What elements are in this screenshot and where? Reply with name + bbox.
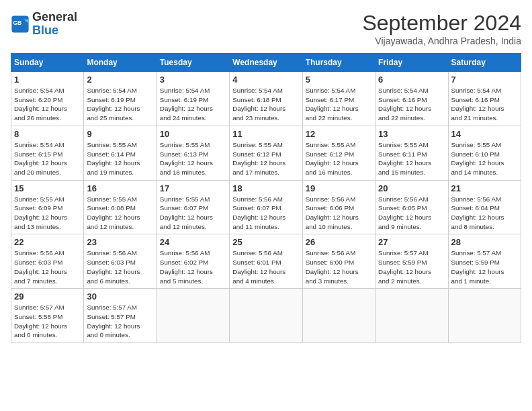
day-number: 18 <box>232 183 299 193</box>
calendar-week-1: 8Sunrise: 5:54 AMSunset: 6:15 PMDaylight… <box>11 126 521 180</box>
day-detail: Sunrise: 5:54 AMSunset: 6:20 PMDaylight:… <box>14 86 81 123</box>
day-detail: Sunrise: 5:57 AMSunset: 5:59 PMDaylight:… <box>451 248 518 285</box>
calendar-cell: 17Sunrise: 5:55 AMSunset: 6:07 PMDayligh… <box>157 180 229 234</box>
day-detail: Sunrise: 5:54 AMSunset: 6:19 PMDaylight:… <box>87 86 153 123</box>
calendar-cell: 23Sunrise: 5:56 AMSunset: 6:03 PMDayligh… <box>84 234 157 289</box>
header-sunday: Sunday <box>11 54 84 72</box>
day-number: 6 <box>378 75 445 85</box>
day-detail: Sunrise: 5:57 AMSunset: 5:57 PMDaylight:… <box>87 303 153 340</box>
calendar-week-0: 1Sunrise: 5:54 AMSunset: 6:20 PMDaylight… <box>11 72 521 126</box>
day-detail: Sunrise: 5:54 AMSunset: 6:17 PMDaylight:… <box>306 86 372 123</box>
day-number: 17 <box>160 183 226 193</box>
calendar-cell <box>375 289 448 343</box>
calendar-cell: 1Sunrise: 5:54 AMSunset: 6:20 PMDaylight… <box>11 72 84 126</box>
location-subtitle: Vijayawada, Andhra Pradesh, India <box>362 36 521 46</box>
day-detail: Sunrise: 5:55 AMSunset: 6:10 PMDaylight:… <box>451 140 518 177</box>
day-number: 29 <box>14 291 81 302</box>
day-number: 27 <box>378 237 445 247</box>
header-saturday: Saturday <box>448 54 521 72</box>
day-number: 11 <box>232 129 299 139</box>
day-number: 19 <box>306 183 372 193</box>
calendar-cell: 13Sunrise: 5:55 AMSunset: 6:11 PMDayligh… <box>375 126 448 180</box>
calendar-cell: 9Sunrise: 5:55 AMSunset: 6:14 PMDaylight… <box>84 126 157 180</box>
day-detail: Sunrise: 5:56 AMSunset: 6:02 PMDaylight:… <box>160 248 226 285</box>
day-detail: Sunrise: 5:56 AMSunset: 6:03 PMDaylight:… <box>87 248 153 285</box>
header-monday: Monday <box>84 54 157 72</box>
calendar-cell: 18Sunrise: 5:56 AMSunset: 6:07 PMDayligh… <box>230 180 302 234</box>
day-number: 24 <box>160 237 226 247</box>
day-detail: Sunrise: 5:56 AMSunset: 6:01 PMDaylight:… <box>232 248 299 285</box>
day-number: 8 <box>14 129 81 139</box>
day-number: 9 <box>87 129 153 139</box>
day-number: 20 <box>378 183 445 193</box>
calendar-cell: 15Sunrise: 5:55 AMSunset: 6:09 PMDayligh… <box>11 180 84 234</box>
calendar-body: 1Sunrise: 5:54 AMSunset: 6:20 PMDaylight… <box>11 72 521 343</box>
day-number: 1 <box>14 75 81 85</box>
day-number: 4 <box>232 75 299 85</box>
day-detail: Sunrise: 5:54 AMSunset: 6:16 PMDaylight:… <box>378 86 445 123</box>
day-number: 13 <box>378 129 445 139</box>
day-detail: Sunrise: 5:56 AMSunset: 6:03 PMDaylight:… <box>14 248 81 285</box>
logo-icon: GB <box>11 15 30 34</box>
calendar-cell: 5Sunrise: 5:54 AMSunset: 6:17 PMDaylight… <box>302 72 375 126</box>
day-number: 5 <box>306 75 372 85</box>
day-number: 26 <box>306 237 372 247</box>
calendar-cell: 30Sunrise: 5:57 AMSunset: 5:57 PMDayligh… <box>84 289 157 343</box>
page-header: GB General Blue September 2024 Vijayawad… <box>11 11 521 46</box>
day-number: 25 <box>232 237 299 247</box>
day-number: 3 <box>160 75 226 85</box>
day-number: 21 <box>451 183 518 193</box>
day-detail: Sunrise: 5:55 AMSunset: 6:07 PMDaylight:… <box>160 195 226 232</box>
calendar-cell: 22Sunrise: 5:56 AMSunset: 6:03 PMDayligh… <box>11 234 84 289</box>
day-number: 30 <box>87 291 153 302</box>
day-number: 28 <box>451 237 518 247</box>
day-detail: Sunrise: 5:56 AMSunset: 6:07 PMDaylight:… <box>232 195 299 232</box>
calendar-cell: 14Sunrise: 5:55 AMSunset: 6:10 PMDayligh… <box>448 126 521 180</box>
calendar-week-3: 22Sunrise: 5:56 AMSunset: 6:03 PMDayligh… <box>11 234 521 289</box>
day-detail: Sunrise: 5:55 AMSunset: 6:12 PMDaylight:… <box>232 140 299 177</box>
calendar-cell: 29Sunrise: 5:57 AMSunset: 5:58 PMDayligh… <box>11 289 84 343</box>
calendar-cell: 2Sunrise: 5:54 AMSunset: 6:19 PMDaylight… <box>84 72 157 126</box>
day-number: 10 <box>160 129 226 139</box>
day-detail: Sunrise: 5:55 AMSunset: 6:09 PMDaylight:… <box>14 195 81 232</box>
calendar-week-2: 15Sunrise: 5:55 AMSunset: 6:09 PMDayligh… <box>11 180 521 234</box>
day-number: 2 <box>87 75 153 85</box>
day-number: 23 <box>87 237 153 247</box>
header-tuesday: Tuesday <box>157 54 229 72</box>
calendar-cell: 11Sunrise: 5:55 AMSunset: 6:12 PMDayligh… <box>230 126 302 180</box>
month-title: September 2024 <box>362 11 521 36</box>
day-detail: Sunrise: 5:56 AMSunset: 6:05 PMDaylight:… <box>378 195 445 232</box>
day-detail: Sunrise: 5:56 AMSunset: 6:04 PMDaylight:… <box>451 195 518 232</box>
calendar-table: Sunday Monday Tuesday Wednesday Thursday… <box>11 53 521 343</box>
calendar-cell <box>230 289 302 343</box>
calendar-cell: 28Sunrise: 5:57 AMSunset: 5:59 PMDayligh… <box>448 234 521 289</box>
calendar-cell: 20Sunrise: 5:56 AMSunset: 6:05 PMDayligh… <box>375 180 448 234</box>
calendar-cell: 8Sunrise: 5:54 AMSunset: 6:15 PMDaylight… <box>11 126 84 180</box>
day-detail: Sunrise: 5:55 AMSunset: 6:11 PMDaylight:… <box>378 140 445 177</box>
calendar-cell: 19Sunrise: 5:56 AMSunset: 6:06 PMDayligh… <box>302 180 375 234</box>
calendar-cell: 26Sunrise: 5:56 AMSunset: 6:00 PMDayligh… <box>302 234 375 289</box>
calendar-cell <box>448 289 521 343</box>
header-wednesday: Wednesday <box>230 54 302 72</box>
calendar-cell <box>302 289 375 343</box>
calendar-cell: 27Sunrise: 5:57 AMSunset: 5:59 PMDayligh… <box>375 234 448 289</box>
calendar-cell: 6Sunrise: 5:54 AMSunset: 6:16 PMDaylight… <box>375 72 448 126</box>
day-detail: Sunrise: 5:55 AMSunset: 6:12 PMDaylight:… <box>306 140 372 177</box>
day-detail: Sunrise: 5:54 AMSunset: 6:18 PMDaylight:… <box>232 86 299 123</box>
day-detail: Sunrise: 5:54 AMSunset: 6:19 PMDaylight:… <box>160 86 226 123</box>
day-detail: Sunrise: 5:54 AMSunset: 6:15 PMDaylight:… <box>14 140 81 177</box>
day-detail: Sunrise: 5:57 AMSunset: 5:59 PMDaylight:… <box>378 248 445 285</box>
day-number: 22 <box>14 237 81 247</box>
header-thursday: Thursday <box>302 54 375 72</box>
day-number: 7 <box>451 75 518 85</box>
calendar-cell <box>157 289 229 343</box>
day-detail: Sunrise: 5:55 AMSunset: 6:13 PMDaylight:… <box>160 140 226 177</box>
day-detail: Sunrise: 5:55 AMSunset: 6:14 PMDaylight:… <box>87 140 153 177</box>
calendar-cell: 7Sunrise: 5:54 AMSunset: 6:16 PMDaylight… <box>448 72 521 126</box>
day-number: 16 <box>87 183 153 193</box>
day-detail: Sunrise: 5:54 AMSunset: 6:16 PMDaylight:… <box>451 86 518 123</box>
calendar-cell: 16Sunrise: 5:55 AMSunset: 6:08 PMDayligh… <box>84 180 157 234</box>
day-detail: Sunrise: 5:56 AMSunset: 6:06 PMDaylight:… <box>306 195 372 232</box>
calendar-cell: 4Sunrise: 5:54 AMSunset: 6:18 PMDaylight… <box>230 72 302 126</box>
logo: GB General Blue <box>11 11 77 38</box>
